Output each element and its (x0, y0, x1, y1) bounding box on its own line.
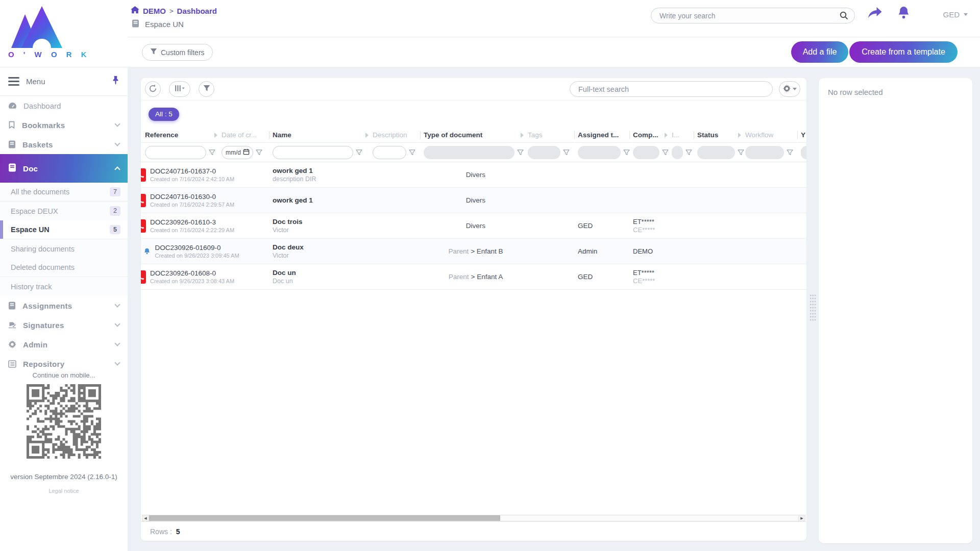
cell-reference: DOC240716-01637-0 Created on 7/16/2024 2… (145, 167, 222, 182)
column-filter (745, 146, 801, 159)
filter-text-input[interactable] (145, 146, 206, 159)
breadcrumb-current[interactable]: Dashboard (177, 7, 217, 15)
sidebar-item[interactable]: Dashboard (0, 96, 128, 115)
filter-disabled-input (528, 146, 560, 159)
column-expand-arrow-icon[interactable] (365, 133, 369, 138)
scroll-right-arrow[interactable]: ▶ (798, 515, 805, 521)
brand-wordmark: O ' W O R K (8, 50, 90, 59)
column-expand-arrow-icon[interactable] (521, 133, 524, 138)
add-file-button[interactable]: Add a file (791, 41, 848, 63)
table-row[interactable]: DOC230926-01610-3 Created on 7/16/2024 2… (141, 213, 806, 239)
create-template-button[interactable]: Create from a template (849, 41, 958, 63)
cell-clipped: E (801, 247, 806, 255)
filter-funnel-icon[interactable] (787, 149, 793, 156)
columns-button[interactable] (169, 81, 190, 97)
table-body: DOC240716-01637-0 Created on 7/16/2024 2… (141, 162, 806, 290)
cell-assigned: GED (578, 222, 633, 230)
column-header[interactable]: Tags (528, 128, 578, 142)
filter-text-input[interactable] (273, 146, 353, 159)
doc-submenu-item[interactable]: All the documents 7 (0, 183, 128, 202)
doc-submenu-item[interactable]: Sharing documents (0, 239, 128, 258)
column-header[interactable]: Type of document (424, 128, 528, 142)
custom-filters-button[interactable]: Custom filters (142, 44, 213, 61)
scroll-left-arrow[interactable]: ◀ (142, 515, 149, 521)
all-count-badge[interactable]: All : 5 (149, 108, 179, 121)
column-expand-arrow-icon[interactable] (214, 133, 217, 138)
sidebar: O ' W O R K Menu Dashboard Bookmarks (0, 0, 128, 551)
fulltext-search-input[interactable] (570, 81, 773, 97)
filter-text-input[interactable] (373, 146, 406, 159)
funnel-icon (150, 48, 157, 57)
filter-funnel-icon[interactable] (409, 149, 415, 156)
filter-funnel-icon[interactable] (209, 149, 215, 156)
panel-resize-handle[interactable] (810, 294, 816, 321)
column-expand-arrow-icon[interactable] (738, 133, 741, 138)
column-header[interactable]: Status (697, 128, 745, 142)
global-search-input[interactable] (651, 8, 855, 23)
cell-company: DEMO (633, 247, 672, 255)
list-icon (8, 360, 16, 368)
column-filter (424, 146, 528, 159)
share-icon[interactable] (868, 7, 882, 21)
scrollbar-thumb[interactable] (149, 515, 500, 521)
filter-funnel-icon[interactable] (356, 149, 362, 156)
doc-submenu-item[interactable]: History track (0, 277, 128, 296)
column-header[interactable]: I... (672, 128, 697, 142)
pin-icon[interactable] (112, 76, 119, 87)
filter-funnel-icon[interactable] (738, 149, 744, 156)
cell-assigned: GED (578, 273, 633, 281)
horizontal-scrollbar[interactable]: ◀ ▶ (142, 515, 805, 521)
doc-submenu-item[interactable]: Espace DEUX 2 (0, 202, 128, 220)
column-header[interactable]: Description (373, 128, 424, 142)
refresh-button[interactable] (145, 81, 161, 97)
action-bar: Custom filters Add a file Create from a … (128, 37, 980, 67)
filter-funnel-icon[interactable] (623, 149, 630, 156)
bookmark-icon (8, 121, 15, 129)
cell-type: Parent > Enfant B (424, 247, 528, 255)
doc-submenu-item[interactable]: Deleted documents (0, 258, 128, 277)
grid-settings-button[interactable] (779, 81, 800, 97)
column-header[interactable]: Workflow (745, 128, 801, 142)
sidebar-item[interactable]: Bookmarks (0, 115, 128, 135)
table-row[interactable]: DOC240716-01630-0 Created on 7/16/2024 2… (141, 188, 806, 213)
column-header[interactable]: Y (801, 128, 806, 142)
pdf-icon (141, 270, 146, 284)
sidebar-item-doc[interactable]: Doc (0, 154, 128, 183)
cell-name: owork ged 1 description DIR (273, 167, 373, 183)
filter-funnel-icon[interactable] (685, 149, 692, 156)
table-row[interactable]: w DOC230926-01609-0 Created on 9/26/2023… (141, 239, 806, 264)
cell-clipped: E (801, 196, 806, 204)
legal-notice-link[interactable]: Legal notice (0, 488, 128, 494)
hamburger-icon[interactable] (8, 77, 19, 86)
sidebar-item[interactable]: Assignments (0, 296, 128, 315)
menu-label: Menu (26, 77, 105, 86)
menu-toggle-row[interactable]: Menu (0, 67, 128, 96)
notifications-bell-icon[interactable] (898, 6, 910, 21)
signature-icon (8, 321, 16, 329)
filter-date-input[interactable]: mm/d (222, 146, 253, 159)
column-filter (697, 146, 745, 159)
column-header[interactable]: Name (273, 128, 373, 142)
sidebar-item[interactable]: Admin (0, 335, 128, 354)
doc-submenu-item[interactable]: Espace UN 5 (0, 220, 128, 239)
column-expand-arrow-icon[interactable] (665, 133, 668, 138)
column-header[interactable]: Reference (145, 128, 222, 142)
column-header[interactable]: Assigned t... (578, 128, 633, 142)
filter-disabled-input (672, 146, 683, 159)
filter-button[interactable] (199, 81, 214, 97)
column-header[interactable]: Date of cr... (222, 128, 273, 142)
sidebar-item[interactable]: Repository (0, 354, 128, 373)
sidebar-item[interactable]: Signatures (0, 315, 128, 335)
filter-funnel-icon[interactable] (517, 149, 524, 156)
search-icon[interactable] (840, 11, 848, 22)
home-icon[interactable] (131, 6, 139, 15)
account-menu[interactable]: GED (943, 10, 968, 19)
table-row[interactable]: DOC240716-01637-0 Created on 7/16/2024 2… (141, 162, 806, 188)
breadcrumb-home[interactable]: DEMO (143, 7, 166, 15)
column-header[interactable]: Comp... (633, 128, 672, 142)
sidebar-item[interactable]: Baskets (0, 135, 128, 154)
filter-funnel-icon[interactable] (256, 149, 262, 156)
table-row[interactable]: DOC230926-01608-0 Created on 9/26/2023 3… (141, 264, 806, 290)
filter-funnel-icon[interactable] (662, 149, 669, 156)
filter-funnel-icon[interactable] (563, 149, 570, 156)
